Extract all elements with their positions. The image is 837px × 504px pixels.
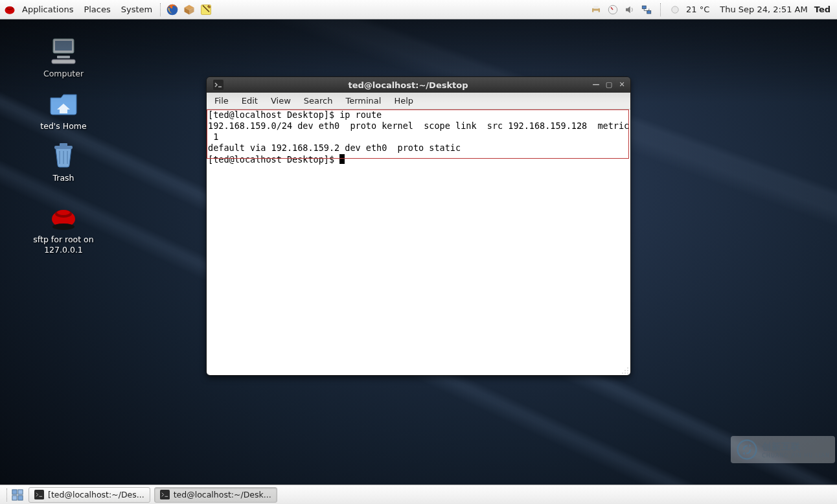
top-panel: Applications Places System — [0, 0, 837, 19]
terminal-prompt: [ted@localhost Desktop]$ — [208, 154, 339, 165]
notes-launcher[interactable] — [199, 3, 213, 17]
svg-rect-7 — [593, 10, 599, 14]
applications-menu[interactable]: Applications — [17, 3, 78, 16]
svg-rect-25 — [18, 489, 23, 494]
places-menu[interactable]: Places — [78, 3, 115, 16]
terminal-app-icon — [34, 490, 44, 499]
cpu-meter-icon[interactable] — [607, 4, 619, 16]
terminal-scrollbar[interactable] — [630, 109, 631, 375]
search-menu[interactable]: Search — [297, 95, 339, 107]
resize-grip-icon[interactable] — [621, 365, 630, 374]
svg-point-21 — [52, 223, 75, 230]
svg-rect-24 — [12, 489, 17, 494]
svg-point-2 — [7, 6, 12, 8]
desktop-icon-label: Trash — [18, 173, 109, 183]
desktop-icon-label: sftp for root on 127.0.0.1 — [18, 235, 109, 255]
terminal-window: ted@localhost:~/Desktop — ▢ ✕ File Edit … — [206, 76, 631, 376]
sftp-desktop-icon[interactable]: sftp for root on 127.0.0.1 — [18, 201, 109, 255]
watermark-logo-icon — [736, 439, 758, 461]
panel-separator — [160, 3, 161, 16]
weather-icon[interactable] — [669, 4, 681, 16]
panel-separator — [660, 3, 661, 16]
file-menu[interactable]: File — [208, 95, 235, 107]
terminal-output[interactable]: [ted@localhost Desktop]$ ip route 192.16… — [207, 109, 630, 375]
desktop-icon-label: Computer — [18, 69, 109, 79]
watermark-subtext: CHUANG XIN HU LIAN — [762, 453, 830, 459]
trash-desktop-icon[interactable]: Trash — [18, 139, 109, 183]
printer-icon[interactable] — [590, 4, 602, 16]
computer-desktop-icon[interactable]: Computer — [18, 35, 109, 79]
show-desktop-icon — [12, 489, 23, 501]
home-folder-icon — [48, 87, 79, 119]
svg-rect-29 — [160, 490, 170, 499]
terminal-line: default via 192.168.159.2 dev eth0 proto… — [208, 143, 461, 153]
svg-rect-9 — [642, 6, 646, 9]
user-menu[interactable]: Ted — [814, 5, 831, 14]
trash-icon — [48, 139, 79, 170]
system-menu[interactable]: System — [116, 3, 157, 16]
system-tray: 21 °C Thu Sep 24, 2:51 AM — [590, 3, 808, 16]
desktop-icon-label: ted's Home — [18, 121, 109, 132]
show-desktop-button[interactable] — [10, 488, 25, 502]
taskbar-item[interactable]: [ted@localhost:~/Des... — [29, 487, 150, 503]
firefox-icon — [166, 3, 179, 16]
edit-menu[interactable]: Edit — [235, 95, 264, 107]
svg-rect-17 — [60, 143, 67, 146]
window-title: ted@localhost:~/Desktop — [227, 80, 589, 90]
svg-rect-15 — [52, 60, 75, 63]
svg-point-11 — [672, 6, 679, 13]
help-menu[interactable]: Help — [387, 95, 420, 107]
volume-icon[interactable] — [624, 4, 636, 16]
terminal-line: [ted@localhost Desktop]$ ip route — [208, 109, 382, 120]
svg-rect-28 — [34, 490, 44, 499]
terminal-line: 192.168.159.0/24 dev eth0 proto kernel s… — [208, 120, 629, 131]
svg-rect-26 — [12, 495, 17, 499]
terminal-menubar: File Edit View Search Terminal Help — [207, 93, 630, 109]
taskbar-item-label: [ted@localhost:~/Des... — [48, 490, 144, 499]
svg-rect-22 — [213, 80, 224, 90]
svg-rect-14 — [57, 56, 70, 58]
sticky-note-icon — [200, 3, 212, 16]
minimize-button[interactable]: — — [590, 80, 602, 90]
redhat-icon — [4, 4, 16, 16]
computer-icon — [48, 35, 79, 66]
titlebar[interactable]: ted@localhost:~/Desktop — ▢ ✕ — [207, 77, 630, 93]
package-updater-launcher[interactable] — [182, 3, 196, 17]
bottom-panel: [ted@localhost:~/Des... ted@localhost:~/… — [0, 485, 837, 504]
terminal-line: 1 — [208, 132, 218, 142]
svg-point-23 — [738, 441, 757, 459]
terminal-app-icon — [160, 490, 170, 499]
home-desktop-icon[interactable]: ted's Home — [18, 87, 109, 132]
svg-rect-13 — [55, 41, 72, 51]
svg-point-20 — [57, 210, 70, 215]
temperature-text: 21 °C — [686, 5, 709, 14]
watermark-brand: 创新互联 — [762, 441, 830, 453]
terminal-menu[interactable]: Terminal — [339, 95, 387, 107]
package-icon — [183, 3, 196, 16]
terminal-app-icon — [213, 80, 224, 90]
close-button[interactable]: ✕ — [616, 80, 628, 90]
datetime-text[interactable]: Thu Sep 24, 2:51 AM — [720, 5, 807, 14]
firefox-launcher[interactable] — [165, 3, 179, 17]
view-menu[interactable]: View — [264, 95, 297, 107]
watermark: 创新互联 CHUANG XIN HU LIAN — [731, 436, 835, 463]
taskbar-item[interactable]: ted@localhost:~/Desk... — [154, 487, 277, 503]
desktop[interactable]: Computer ted's Home Trash — [0, 19, 837, 485]
svg-rect-27 — [18, 495, 23, 499]
panel-separator — [6, 488, 8, 501]
svg-rect-6 — [593, 6, 599, 9]
network-icon[interactable] — [641, 4, 652, 16]
taskbar-item-label: ted@localhost:~/Desk... — [174, 490, 271, 499]
svg-rect-10 — [647, 10, 651, 14]
terminal-cursor — [339, 154, 345, 164]
redhat-server-icon — [48, 201, 79, 232]
maximize-button[interactable]: ▢ — [603, 80, 615, 90]
